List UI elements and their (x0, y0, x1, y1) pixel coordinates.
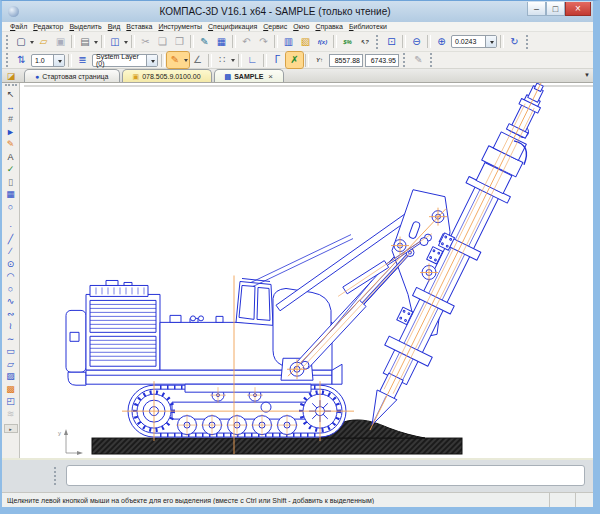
open-document-button[interactable]: ▱ (35, 34, 52, 50)
segment-tool[interactable]: ∕ (3, 245, 19, 258)
circle-tool[interactable]: ⊙ (3, 258, 19, 271)
tab-sample[interactable]: ▤SAMPLE× (214, 69, 284, 82)
menu-service[interactable]: Сервис (260, 23, 290, 30)
angle-snap-button[interactable]: ∠ (189, 52, 206, 68)
selection-style-button[interactable]: ✎ (410, 52, 427, 68)
text-panel-button[interactable]: A (3, 151, 19, 164)
collect-contour-tool[interactable]: ◰ (3, 395, 19, 408)
editing-panel-button[interactable]: ► (3, 126, 19, 139)
assembly-doc-icon: ▣ (133, 73, 140, 80)
start-page-icon: ● (35, 73, 39, 80)
tab-start-page[interactable]: ●Стартовая страница (24, 69, 120, 82)
new-document-button[interactable]: ▢ (13, 34, 35, 50)
point-tool[interactable]: ∙ (3, 220, 19, 233)
context-help-button[interactable]: ↖? (356, 34, 373, 50)
menu-select[interactable]: Выделить (66, 23, 104, 30)
layers-button[interactable]: ≣ (74, 52, 91, 68)
separator (402, 35, 406, 48)
fill-tool[interactable]: ▩ (3, 383, 19, 396)
curve-tool[interactable]: ≀ (3, 320, 19, 333)
close-button[interactable]: × (565, 2, 591, 16)
continuous-input-tool[interactable]: ∿ (3, 295, 19, 308)
tab-close-icon[interactable]: × (268, 72, 273, 81)
local-cs-button[interactable]: ∟ (244, 52, 261, 68)
current-state-toolbar: ⇅ 1.0 ≣ System Layer (0) ✎ ∠ ∷ ∟ Γ ✗ (2, 52, 593, 69)
separator (500, 35, 504, 48)
line-style-button[interactable]: ✎ (167, 52, 189, 68)
spline-tool[interactable]: ∾ (3, 308, 19, 321)
ellipse-tool[interactable]: ○ (3, 283, 19, 296)
rectangle-tool[interactable]: ▭ (3, 345, 19, 358)
panel-expand-handle[interactable]: ▸ (4, 424, 18, 433)
insert-panel-button[interactable]: ○ (3, 201, 19, 214)
equidistant-tool[interactable]: ≋ (3, 408, 19, 421)
message-input[interactable] (66, 465, 585, 486)
copy-button[interactable]: ❏ (154, 34, 171, 50)
insert-document-button[interactable]: ▧ (297, 34, 314, 50)
arc-tool[interactable]: ◠ (3, 270, 19, 283)
drawing-canvas[interactable]: y x (20, 83, 593, 458)
print-button[interactable]: ▤ (77, 34, 99, 50)
designations-panel-button[interactable]: # (3, 113, 19, 126)
selection-panel-button[interactable]: ↖ (3, 88, 19, 101)
cad-drawing[interactable]: y x (20, 83, 593, 458)
copy-properties-button[interactable]: ✎ (196, 34, 213, 50)
menu-editor[interactable]: Редактор (30, 23, 66, 30)
separator (190, 35, 194, 48)
property-bar (2, 458, 593, 492)
current-layer-combo[interactable]: System Layer (0) (92, 54, 158, 67)
menu-help[interactable]: Справка (312, 23, 345, 30)
snap-button[interactable]: ✗ (286, 52, 303, 68)
y-coordinate-field[interactable]: 6743.95 (365, 54, 399, 67)
polygon-tool[interactable]: ▱ (3, 358, 19, 371)
menu-tools[interactable]: Инструменты (155, 23, 205, 30)
minimize-button[interactable]: – (527, 2, 546, 16)
object-properties-button[interactable]: ▦ (213, 34, 230, 50)
geometry-panel-button[interactable]: ✎ (3, 138, 19, 151)
bezier-tool[interactable]: ∼ (3, 333, 19, 346)
tab-list-dropdown[interactable]: ▼ (584, 72, 590, 78)
grid-button[interactable]: ∷ (214, 52, 236, 68)
tab-assembly-078-505-9-0100-00[interactable]: ▣078.505.9.0100.00 (122, 69, 212, 82)
preview-button[interactable]: ◫ (107, 34, 129, 50)
toolbar-drag-handle (6, 53, 10, 67)
views-panel-button[interactable]: ▯ (3, 176, 19, 189)
zoom-in-button[interactable]: ⊕ (433, 34, 450, 50)
maximize-button[interactable]: □ (546, 2, 565, 16)
redo-button[interactable]: ↷ (255, 34, 272, 50)
auxiliary-line-tool[interactable]: ╱ (3, 233, 19, 246)
cursor-step-combo[interactable]: 1.0 (31, 54, 65, 67)
zoom-out-button[interactable]: ⊖ (408, 34, 425, 50)
menu-view[interactable]: Вид (105, 23, 124, 30)
status-resize-grip[interactable] (575, 493, 593, 507)
menu-libraries[interactable]: Библиотеки (346, 23, 390, 30)
save-document-button[interactable]: ▣ (52, 34, 69, 50)
documents-panel-icon[interactable]: ◪ (4, 70, 18, 82)
paste-button[interactable]: ❐ (171, 34, 188, 50)
dimensions-panel-button[interactable]: ↔ (3, 101, 19, 114)
separator (427, 35, 431, 48)
separator (71, 35, 75, 48)
x-coordinate-field[interactable]: 8557.88 (329, 54, 363, 67)
axis-y-label: y (58, 430, 61, 436)
variables-button[interactable]: ▥ (280, 34, 297, 50)
property-bar-handle[interactable] (54, 467, 57, 485)
rebuild-button[interactable]: ↻ (506, 34, 523, 50)
menu-window[interactable]: Окно (290, 23, 312, 30)
menu-bar: Файл Редактор Выделить Вид Вставка Инстр… (2, 22, 593, 32)
menu-specification[interactable]: Спецификация (205, 23, 260, 30)
specification-panel-button[interactable]: ▦ (3, 188, 19, 201)
hatch-tool[interactable]: ▨ (3, 370, 19, 383)
functions-button[interactable]: f(x) (314, 34, 331, 50)
document-tab-bar: ◪ ●Стартовая страница ▣078.505.9.0100.00… (2, 69, 593, 83)
cut-button[interactable]: ✂ (137, 34, 154, 50)
zoom-scale-combo[interactable]: 0.0243 (451, 35, 497, 48)
menu-insert[interactable]: Вставка (123, 23, 155, 30)
cursor-step-icon[interactable]: ⇅ (13, 52, 30, 68)
ortho-drawing-button[interactable]: Γ (269, 52, 286, 68)
parametrization-panel-button[interactable]: ✓ (3, 163, 19, 176)
report-button[interactable]: $% (339, 34, 356, 50)
undo-button[interactable]: ↶ (238, 34, 255, 50)
zoom-frame-button[interactable]: ⊡ (383, 34, 400, 50)
menu-file[interactable]: Файл (7, 23, 30, 30)
